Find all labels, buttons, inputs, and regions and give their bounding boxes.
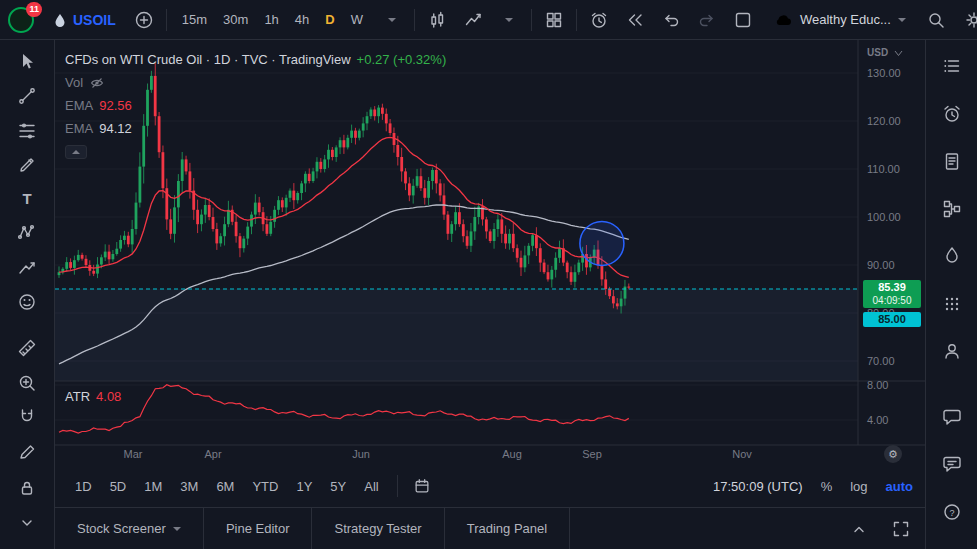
measure-tool-button[interactable] (12, 334, 42, 362)
volume-label[interactable]: Vol (65, 75, 83, 90)
quick-search-button[interactable] (922, 6, 950, 34)
layout-grid-button[interactable] (540, 6, 568, 34)
tab-pine-editor[interactable]: Pine Editor (204, 508, 313, 549)
zoom-in-icon (16, 372, 38, 394)
cloud-icon (773, 10, 793, 30)
dots-grid-icon (941, 293, 963, 315)
maximize-panel-button[interactable] (887, 515, 915, 543)
chart-title[interactable]: CFDs on WTI Crude Oil · 1D · TVC · Tradi… (65, 52, 351, 67)
zoom-tool-button[interactable] (12, 368, 42, 396)
range-1m[interactable]: 1M (136, 474, 170, 499)
cursor-tool-button[interactable] (12, 48, 42, 76)
svg-text:Aug: Aug (502, 448, 522, 460)
toolbar-separator (531, 9, 532, 31)
indicators-button[interactable] (459, 6, 487, 34)
news-button[interactable] (937, 147, 967, 176)
svg-text:Apr: Apr (204, 448, 221, 460)
timeframe-30m[interactable]: 30m (216, 7, 255, 32)
private-chat-button[interactable] (937, 450, 967, 479)
svg-text:⚙: ⚙ (888, 448, 898, 460)
text-tool-button[interactable]: T (12, 185, 42, 213)
timeframe-4h[interactable]: 4h (288, 7, 316, 32)
edit-drawings-button[interactable] (12, 437, 42, 467)
select-layout-button[interactable] (729, 6, 757, 34)
calendar-button[interactable] (937, 290, 967, 319)
range-5y[interactable]: 5Y (322, 474, 354, 499)
timeframe-15m[interactable]: 15m (175, 7, 214, 32)
svg-text:70.00: 70.00 (867, 355, 895, 367)
range-ytd[interactable]: YTD (244, 474, 286, 499)
emoji-tool-button[interactable] (12, 288, 42, 316)
compare-add-button[interactable] (130, 6, 158, 34)
log-scale-button[interactable]: log (850, 479, 867, 494)
chat-button[interactable] (937, 403, 967, 432)
svg-text:T: T (22, 190, 31, 207)
object-tree-icon (941, 198, 963, 220)
timeframe-w[interactable]: W (344, 7, 370, 32)
ema1-label[interactable]: EMA (65, 98, 93, 113)
settings-button[interactable] (960, 6, 977, 34)
top-toolbar: 11 USOIL 15m30m1h4hDW (0, 0, 977, 40)
forecast-tool-button[interactable] (12, 254, 42, 282)
cloud-layout-menu[interactable]: Wealthy Educ... (767, 6, 912, 34)
data-window-button[interactable] (937, 195, 967, 224)
replay-icon (625, 10, 645, 30)
range-1d[interactable]: 1D (67, 474, 100, 499)
eye-slash-icon[interactable] (89, 75, 105, 91)
smiley-icon (16, 291, 38, 313)
right-sidebar: ? (925, 40, 977, 549)
alarm-clock-icon (941, 103, 963, 125)
hotlists-button[interactable] (937, 242, 967, 271)
chart-area[interactable]: USD130.00120.00110.00100.0090.0080.0070.… (55, 40, 925, 465)
percent-scale-button[interactable]: % (821, 479, 833, 494)
pattern-tool-button[interactable] (12, 219, 42, 247)
fib-retracement-tool-button[interactable] (12, 117, 42, 145)
open-panel-button[interactable] (845, 515, 873, 543)
collapse-toolbar-button[interactable] (12, 509, 42, 539)
timeframe-d[interactable]: D (318, 7, 341, 32)
watchlist-button[interactable] (937, 52, 967, 81)
news-icon (941, 150, 963, 172)
trend-line-tool-button[interactable] (12, 82, 42, 110)
my-ideas-button[interactable] (937, 337, 967, 366)
timeframe-menu-button[interactable] (378, 6, 406, 34)
svg-text:Jun: Jun (352, 448, 370, 460)
range-1y[interactable]: 1Y (288, 474, 320, 499)
fullscreen-icon (891, 519, 911, 539)
help-button[interactable]: ? (937, 498, 967, 527)
timeframe-1h[interactable]: 1h (257, 7, 285, 32)
flame-icon (941, 245, 963, 267)
indicators-icon (463, 10, 483, 30)
range-3m[interactable]: 3M (172, 474, 206, 499)
create-alert-button[interactable] (585, 6, 613, 34)
text-icon: T (16, 188, 38, 210)
user-menu-button[interactable]: 11 (8, 5, 38, 35)
magnet-tool-button[interactable] (12, 403, 42, 431)
clock-utc[interactable]: 17:50:09 (UTC) (713, 479, 803, 494)
ema2-label[interactable]: EMA (65, 121, 93, 136)
price-chart-canvas[interactable]: USD130.00120.00110.00100.0090.0080.0070.… (55, 40, 925, 465)
chevron-down-icon (505, 18, 513, 22)
range-6m[interactable]: 6M (208, 474, 242, 499)
svg-text:USD: USD (867, 47, 888, 58)
indicator-templates-button[interactable] (495, 6, 523, 34)
auto-scale-button[interactable]: auto (886, 479, 913, 494)
go-to-date-button[interactable] (408, 472, 436, 500)
lock-drawings-button[interactable] (12, 473, 42, 503)
alerts-button[interactable] (937, 100, 967, 129)
range-group: 1D5D1M3M6MYTD1Y5YAll (67, 474, 387, 499)
tab-trading-panel[interactable]: Trading Panel (445, 508, 570, 549)
legend-collapse-button[interactable] (65, 145, 87, 159)
brush-tool-button[interactable] (12, 151, 42, 179)
undo-button[interactable] (657, 6, 685, 34)
tab-strategy-tester[interactable]: Strategy Tester (312, 508, 444, 549)
tab-stock-screener[interactable]: Stock Screener (55, 508, 204, 549)
symbol-search-button[interactable]: USOIL (46, 8, 122, 32)
redo-button[interactable] (693, 6, 721, 34)
chart-style-button[interactable] (423, 6, 451, 34)
range-all[interactable]: All (356, 474, 386, 499)
range-5d[interactable]: 5D (102, 474, 135, 499)
magnet-icon (16, 406, 38, 428)
calendar-icon (413, 477, 431, 495)
bar-replay-button[interactable] (621, 6, 649, 34)
